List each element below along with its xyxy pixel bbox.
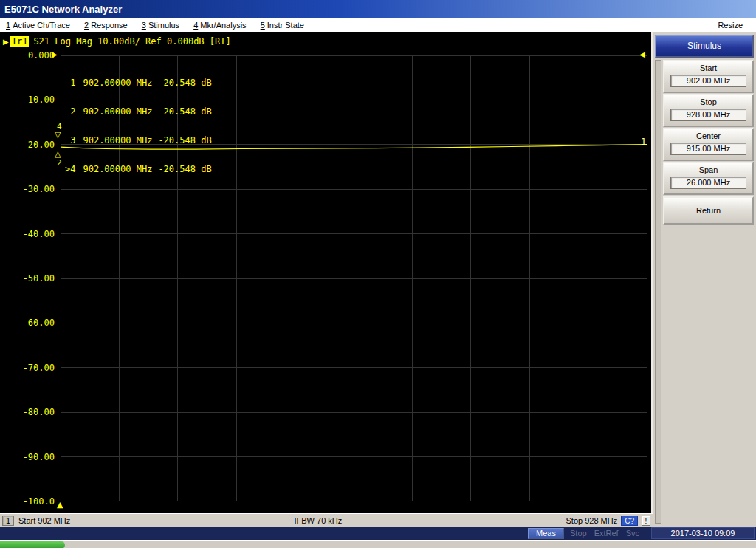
marker-row: 1902.00000 MHz-20.548 dB	[65, 78, 212, 88]
menu-accel-key: 2	[84, 21, 89, 30]
window-title-bar: E5071C Network Analyzer	[0, 0, 756, 18]
marker-4-symbol-icon[interactable]: ▽	[55, 130, 61, 140]
menu-stimulus[interactable]: 3Stimulus	[136, 18, 185, 32]
stop-status-indicator: Stop	[570, 529, 587, 538]
marker-frequency: 902.00000 MHz	[83, 106, 152, 117]
softkey-menu-title: Stimulus	[655, 35, 754, 58]
marker-frequency: 902.00000 MHz	[83, 78, 152, 88]
menu-active-ch-trace[interactable]: 1Active Ch/Trace	[0, 18, 76, 32]
y-tick-label: -30.00	[3, 184, 55, 194]
menu-resize[interactable]: Resize	[712, 18, 749, 32]
softkey-span-value: 26.000 MHz	[670, 177, 746, 189]
alert-indicator: !	[642, 516, 650, 526]
y-tick-label: -50.00	[3, 273, 55, 284]
taskbar	[0, 540, 756, 548]
softkey-label: Start	[664, 64, 752, 73]
trace-end-number: 1	[641, 137, 646, 147]
instrument-display: ▶Tr1S21 Log Mag 10.00dB/ Ref 0.000dB [RT…	[0, 32, 653, 513]
y-axis-labels: 0.000-10.00-20.00-30.00-40.00-50.00-60.0…	[0, 32, 56, 513]
softkey-stop-value: 928.00 MHz	[670, 109, 746, 121]
menu-label: Response	[91, 21, 128, 30]
marker-value: -20.548 dB	[158, 164, 211, 174]
menu-label: Instr State	[267, 21, 304, 30]
menu-label: Mkr/Analysis	[200, 21, 246, 30]
marker-value: -20.548 dB	[158, 78, 211, 88]
ifbw-readout: IFBW 70 kHz	[70, 516, 566, 525]
menu-accel-key: 5	[261, 21, 265, 30]
marker-index: >4	[65, 164, 75, 174]
instrument-status-bar: Meas Stop ExtRef Svc 2017-03-10 09:09	[0, 527, 756, 540]
ref-level-arrow-right-icon: ◀	[639, 50, 645, 58]
datetime-readout: 2017-03-10 09:09	[651, 527, 755, 539]
menu-accel-key: 1	[6, 21, 10, 30]
softkey-span[interactable]: Span 26.000 MHz	[663, 162, 754, 195]
marker-value: -20.548 dB	[158, 106, 211, 117]
menu-accel-key: 3	[142, 21, 146, 30]
softkey-stop[interactable]: Stop 928.00 MHz	[663, 94, 754, 127]
softkey-label: Center	[664, 131, 752, 141]
trace-measurement-text: S21 Log Mag 10.00dB/ Ref 0.000dB [RT]	[33, 36, 230, 47]
menu-mkr-analysis[interactable]: 4Mkr/Analysis	[188, 18, 252, 32]
marker-value: -20.548 dB	[158, 135, 211, 145]
marker-row: >4902.00000 MHz-20.548 dB	[65, 165, 212, 174]
window-title: E5071C Network Analyzer	[4, 4, 122, 15]
marker-index: 3	[65, 135, 75, 145]
y-tick-label: -10.00	[3, 95, 55, 105]
channel-status-bar: 1 Start 902 MHz IFBW 70 kHz Stop 928 MHz…	[0, 513, 653, 527]
marker-row: 2902.00000 MHz-20.548 dB	[65, 107, 212, 117]
softkey-label: Span	[664, 165, 752, 175]
marker-row: 3902.00000 MHz-20.548 dB	[65, 136, 212, 145]
y-tick-label: -100.0	[3, 496, 55, 507]
y-tick-label: -90.00	[3, 452, 55, 462]
extref-status-indicator: ExtRef	[594, 529, 619, 538]
marker-readout-table: 1902.00000 MHz-20.548 dB 2902.00000 MHz-…	[65, 59, 212, 193]
menu-accel-key: 4	[193, 21, 198, 30]
marker-index: 1	[65, 78, 75, 88]
sweep-stop-readout: Stop 928 MHz	[566, 516, 618, 525]
y-tick-label: -80.00	[3, 407, 55, 417]
sweep-start-readout: Start 902 MHz	[18, 516, 70, 525]
marker-frequency: 902.00000 MHz	[83, 164, 152, 174]
marker-frequency: 902.00000 MHz	[83, 135, 152, 145]
channel-number-button[interactable]: 1	[2, 516, 14, 526]
menu-instr-state[interactable]: 5Instr State	[255, 18, 310, 32]
y-tick-label: 0.000	[3, 50, 55, 61]
menu-response[interactable]: 2Response	[78, 18, 134, 32]
softkey-panel: Stimulus Start 902.00 MHz Stop 928.00 MH…	[653, 32, 756, 527]
softkey-scroll-strip[interactable]	[655, 60, 662, 524]
ref-level-arrow-left-icon: ▶	[52, 50, 58, 58]
y-tick-label: -70.00	[3, 363, 55, 373]
meas-status-indicator: Meas	[528, 528, 564, 539]
menu-bar: 1Active Ch/Trace 2Response 3Stimulus 4Mk…	[0, 18, 756, 32]
marker-index: 2	[65, 106, 75, 117]
marker-2-label: 2	[57, 158, 62, 168]
sweep-start-arrow-icon: ▲	[57, 500, 63, 510]
softkey-center-value: 915.00 MHz	[670, 143, 746, 155]
softkey-start-value: 902.00 MHz	[670, 75, 746, 87]
start-button[interactable]	[0, 541, 65, 548]
softkey-start[interactable]: Start 902.00 MHz	[663, 60, 754, 93]
softkey-return[interactable]: Return	[663, 196, 754, 225]
svc-status-indicator: Svc	[626, 529, 639, 538]
cal-status-badge: C?	[621, 516, 638, 526]
menu-label: Stimulus	[148, 21, 179, 30]
y-tick-label: -60.00	[3, 318, 55, 328]
y-tick-label: -20.00	[3, 140, 55, 150]
softkey-center[interactable]: Center 915.00 MHz	[663, 128, 754, 161]
softkey-label: Stop	[664, 97, 752, 107]
menu-label: Active Ch/Trace	[13, 21, 70, 30]
y-tick-label: -40.00	[3, 229, 55, 239]
